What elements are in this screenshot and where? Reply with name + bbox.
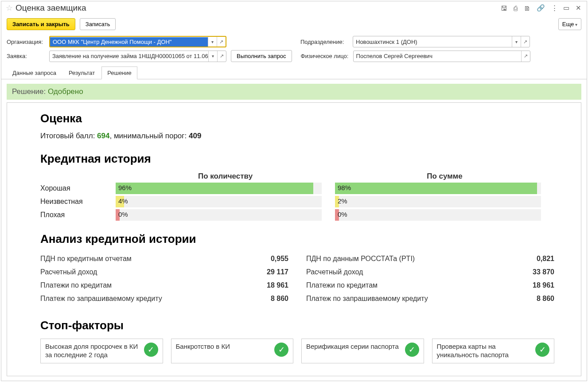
person-label: Физическое лицо: <box>301 53 350 59</box>
open-icon[interactable]: ↗ <box>521 36 530 47</box>
history-row-good: Хорошая 96% 98% <box>40 183 554 194</box>
org-value: ООО МКК "Центр Денежной Помощи - ДОН" <box>50 37 208 47</box>
history-table: По количеству По сумме Хорошая 96% 98% Н… <box>40 172 554 221</box>
form-row-org: Организация: ООО МКК "Центр Денежной Пом… <box>1 35 587 49</box>
content: Решение: Одобрено Оценка Итоговый балл: … <box>1 79 587 381</box>
check-icon: ✓ <box>144 343 158 357</box>
print-icon[interactable]: ⎙ <box>513 4 518 13</box>
app-input[interactable]: Заявление на получение займа 1НШДН000010… <box>49 51 226 62</box>
score-threshold: 409 <box>189 132 201 140</box>
analysis-col-left: ПДН по кредитным отчетам0,955 Расчетный … <box>40 252 288 305</box>
stop-factors: Высокая доля просрочек в КИ за последние… <box>40 339 554 363</box>
person-input[interactable]: Поспелов Сергей Сергеевич ↗ <box>353 51 530 62</box>
tabs: Данные запроса Результат Решение <box>1 63 587 79</box>
stop-factor-card: Банкротство в КИ ✓ <box>171 339 294 363</box>
org-label: Организация: <box>7 39 47 45</box>
stop-factor-card: Высокая доля просрочек в КИ за последние… <box>40 339 163 363</box>
score-value: 694 <box>97 132 109 140</box>
close-icon[interactable]: ✕ <box>575 3 582 13</box>
titlebar: ☆ Оценка заемщика 🖫 ⎙ 🗎 🔗 ⋮ ▭ ✕ <box>1 1 587 16</box>
history-heading: Кредитная история <box>40 152 554 166</box>
report-icon[interactable]: 🗎 <box>523 4 531 13</box>
more-button[interactable]: Еще <box>558 18 581 30</box>
dept-input[interactable]: Новошахтинск 1 (ДОН) ▾ ↗ <box>353 36 530 47</box>
col-by-count: По количеству <box>116 172 335 181</box>
report-scroll[interactable]: Оценка Итоговый балл: 694, минимальный п… <box>7 103 581 376</box>
tab-request-data[interactable]: Данные запроса <box>7 66 62 79</box>
save-icon[interactable]: 🖫 <box>500 4 508 13</box>
decision-label: Решение: <box>12 87 48 96</box>
history-row-unknown: Неизвестная 4% 2% <box>40 196 554 207</box>
run-query-button[interactable]: Выполнить запрос <box>231 50 292 62</box>
save-button[interactable]: Записать <box>80 18 116 30</box>
dropdown-icon[interactable]: ▾ <box>512 36 521 47</box>
window: ☆ Оценка заемщика 🖫 ⎙ 🗎 🔗 ⋮ ▭ ✕ Записать… <box>1 1 587 381</box>
analysis-heading: Анализ кредитной истории <box>40 232 554 246</box>
score-heading: Оценка <box>40 112 554 125</box>
org-input[interactable]: ООО МКК "Центр Денежной Помощи - ДОН" ▾ … <box>49 36 226 47</box>
kebab-icon[interactable]: ⋮ <box>550 3 558 13</box>
report-frame: Оценка Итоговый балл: 694, минимальный п… <box>7 102 581 376</box>
window-title: Оценка заемщика <box>16 3 500 13</box>
open-icon[interactable]: ↗ <box>217 37 226 47</box>
open-icon[interactable]: ↗ <box>521 51 530 62</box>
check-icon: ✓ <box>274 343 288 357</box>
favorite-icon[interactable]: ☆ <box>6 3 13 13</box>
maximize-icon[interactable]: ▭ <box>562 3 570 13</box>
stop-factor-card: Верификация серии паспорта ✓ <box>301 339 424 363</box>
window-controls: 🖫 ⎙ 🗎 🔗 ⋮ ▭ ✕ <box>500 3 582 13</box>
dept-label: Подразделение: <box>300 39 350 45</box>
dropdown-icon[interactable]: ▾ <box>208 51 217 62</box>
col-by-sum: По сумме <box>335 172 554 181</box>
open-icon[interactable]: ↗ <box>217 51 226 62</box>
analysis-col-right: ПДН по данным РОССТАТа (PTI)0,821 Расчет… <box>306 252 554 305</box>
form-row-app: Заявка: Заявление на получение займа 1НШ… <box>1 49 587 63</box>
decision-bar: Решение: Одобрено <box>7 84 581 100</box>
save-and-close-button[interactable]: Записать и закрыть <box>7 18 75 30</box>
check-icon: ✓ <box>535 343 549 357</box>
stop-factor-card: Проверка карты на уникальность паспорта … <box>432 339 555 363</box>
check-icon: ✓ <box>405 343 419 357</box>
analysis-table: ПДН по кредитным отчетам0,955 Расчетный … <box>40 252 554 305</box>
history-row-bad: Плохая 0% 0% <box>40 209 554 221</box>
person-value: Поспелов Сергей Сергеевич <box>354 51 521 61</box>
dropdown-icon[interactable]: ▾ <box>208 37 217 47</box>
app-label: Заявка: <box>7 53 47 59</box>
app-value: Заявление на получение займа 1НШДН000010… <box>50 51 208 61</box>
decision-value: Одобрено <box>48 87 83 96</box>
dept-value: Новошахтинск 1 (ДОН) <box>353 37 512 47</box>
tab-decision[interactable]: Решение <box>101 66 137 79</box>
score-line: Итоговый балл: 694, минимальный порог: 4… <box>40 132 554 140</box>
toolbar: Записать и закрыть Записать Еще <box>1 16 587 35</box>
stop-heading: Стоп-факторы <box>40 319 554 332</box>
tab-result[interactable]: Результат <box>63 66 101 79</box>
link-icon[interactable]: 🔗 <box>536 3 546 13</box>
